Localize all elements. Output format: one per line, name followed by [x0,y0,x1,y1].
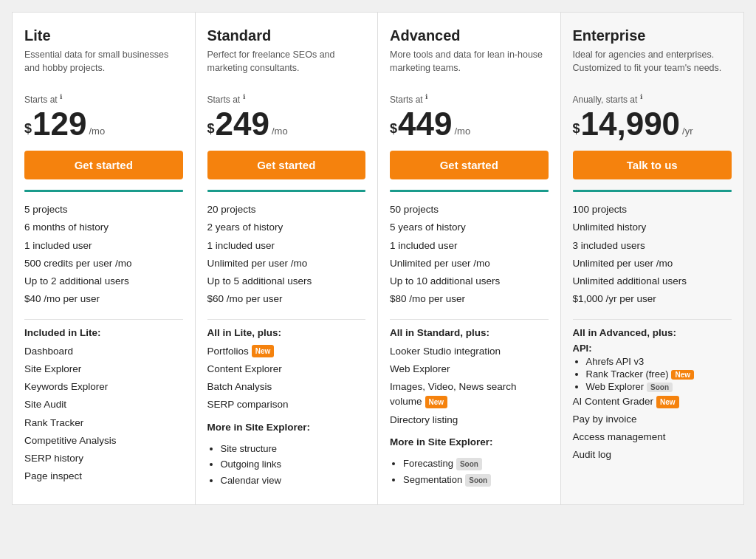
sub-list-item: Site structure [221,441,366,457]
feature-item: $40 /mo per user [24,290,183,308]
tool-item: Images, Video, News search volumeNew [390,378,549,411]
included-label-advanced: All in Standard, plus: [390,327,549,338]
sub-list: Site structureOutgoing linksCalendar vie… [207,441,366,489]
feature-list-standard: 20 projects2 years of history1 included … [207,201,366,309]
price-dollar-enterprise: $ [573,117,580,140]
extra-tool-item: Pay by invoice [573,411,732,428]
tool-item: Competitive Analysis [24,432,183,450]
feature-item: Up to 10 additional users [390,272,549,290]
feature-item: 1 included user [207,237,366,255]
price-period-advanced: /mo [454,126,470,136]
price-row-lite: $ 129 /mo [24,108,183,140]
tool-item: Looker Studio integration [390,343,549,360]
cta-button-standard[interactable]: Get started [207,151,366,179]
plan-name-standard: Standard [207,27,366,44]
feature-item: 5 years of history [390,219,549,236]
section-divider-lite [24,319,183,320]
extra-tool-item: AI Content GraderNew [573,393,732,411]
starts-at-enterprise: Anually, starts at ℹ [573,93,732,105]
extra-tool-list: AI Content GraderNewPay by invoiceAccess… [573,393,732,464]
feature-item: Unlimited per user /mo [573,255,732,272]
badge-new: New [252,345,275,357]
badge-new: New [425,396,448,408]
included-label-lite: Included in Lite: [24,327,183,338]
section-divider-advanced [390,319,549,320]
included-label-standard: All in Lite, plus: [207,327,366,338]
price-dollar-standard: $ [207,117,215,140]
price-amount-advanced: 449 [398,108,452,140]
section-divider-standard [207,319,366,320]
price-row-standard: $ 249 /mo [207,108,366,140]
feature-item: $1,000 /yr per user [573,290,732,308]
cta-button-lite[interactable]: Get started [24,151,183,179]
api-label: API: [573,343,732,354]
tool-item: Web Explorer [390,360,549,378]
price-period-lite: /mo [89,126,105,136]
tool-item: Site Explorer [24,360,183,378]
feature-item: 2 years of history [207,219,366,236]
plan-col-enterprise: EnterpriseIdeal for agencies and enterpr… [561,13,744,504]
sub-list-item: Calendar view [221,473,366,489]
tool-item: Rank Tracker [24,414,183,432]
price-period-standard: /mo [272,126,288,136]
sub-list-wrap: Site structureOutgoing linksCalendar vie… [207,438,366,490]
sub-section-label: More in Site Explorer: [207,419,366,436]
badge-soon: Soon [647,383,673,392]
feature-item: Unlimited additional users [573,272,732,290]
teal-divider-advanced [390,190,549,192]
feature-item: Up to 2 additional users [24,272,183,290]
plan-desc-advanced: More tools and data for lean in-house ma… [390,49,549,84]
pricing-table: LiteEssential data for small businesses … [12,12,744,505]
price-amount-standard: 249 [216,108,269,140]
tool-item: Page inspect [24,467,183,485]
tool-item: SERP history [24,450,183,467]
teal-divider-standard [207,190,366,192]
tool-list-advanced: Looker Studio integrationWeb ExplorerIma… [390,343,549,490]
tool-list-lite: DashboardSite ExplorerKeywords ExplorerS… [24,343,183,486]
badge-new: New [671,370,694,380]
plan-name-enterprise: Enterprise [573,27,732,44]
feature-item: 500 credits per user /mo [24,255,183,272]
price-row-enterprise: $ 14,990 /yr [573,108,732,140]
feature-item: 100 projects [573,201,732,219]
plan-col-standard: StandardPerfect for freelance SEOs and m… [196,13,379,504]
tool-item: Site Audit [24,396,183,414]
feature-list-enterprise: 100 projectsUnlimited history3 included … [573,201,732,309]
tool-item: Keywords Explorer [24,378,183,396]
tool-item: Directory listing [390,411,549,429]
cta-button-advanced[interactable]: Get started [390,151,549,179]
extra-tool-item: Audit log [573,446,732,464]
plan-col-advanced: AdvancedMore tools and data for lean in-… [378,13,561,504]
price-dollar-lite: $ [24,117,32,140]
section-divider-enterprise [573,319,732,320]
sub-list-item: SegmentationSoon [403,472,549,488]
feature-item: $80 /mo per user [390,290,549,308]
feature-item: 20 projects [207,201,366,219]
api-item: Ahrefs API v3 [586,355,732,368]
api-list: Ahrefs API v3Rank Tracker (free)NewWeb E… [573,355,732,393]
tool-item: Dashboard [24,343,183,360]
feature-item: 5 projects [24,201,183,219]
feature-item: 1 included user [24,237,183,255]
badge-soon: Soon [456,458,482,470]
sub-section-label: More in Site Explorer: [390,433,549,451]
feature-item: Unlimited per user /mo [390,255,549,272]
feature-item: 6 months of history [24,219,183,236]
starts-at-advanced: Starts at ℹ [390,93,549,105]
starts-at-standard: Starts at ℹ [207,93,366,105]
tool-list-standard: PortfoliosNewContent ExplorerBatch Analy… [207,343,366,490]
plan-desc-standard: Perfect for freelance SEOs and marketing… [207,49,366,84]
teal-divider-enterprise [573,190,732,192]
badge-new: New [656,396,679,408]
sub-list: ForecastingSoonSegmentationSoon [390,456,549,487]
sub-list-item: ForecastingSoon [403,456,549,472]
feature-item: Unlimited history [573,219,732,236]
feature-list-lite: 5 projects6 months of history1 included … [24,201,183,309]
teal-divider-lite [24,190,183,192]
plan-desc-lite: Essential data for small businesses and … [24,49,183,84]
api-item: Rank Tracker (free)New [586,368,732,380]
plan-desc-enterprise: Ideal for agencies and enterprises. Cust… [573,49,732,84]
tool-item: Batch Analysis [207,378,366,396]
cta-button-enterprise[interactable]: Talk to us [573,151,732,179]
sub-list-item: Outgoing links [221,456,366,473]
